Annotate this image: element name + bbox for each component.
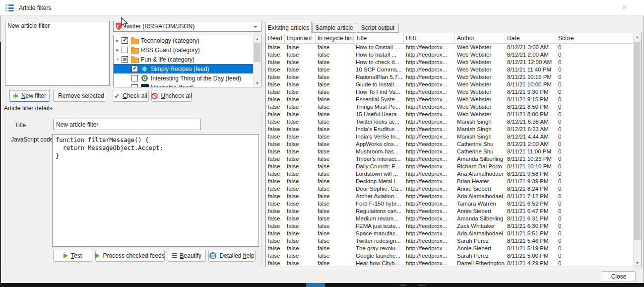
table-row[interactable]: falsefalsefalseDear Sophie: Ca...http://… [266, 185, 633, 193]
scroll-up-icon[interactable]: ▲ [254, 35, 261, 43]
table-cell: Web Webster [455, 73, 505, 81]
feeds-tree[interactable]: ▶Technology (category)▶RSS Guard (catego… [113, 35, 261, 87]
table-row[interactable]: falsefalsefalseHow to Install ...http://… [266, 51, 633, 59]
table-row[interactable]: falsefalsefalseHear how Cityb...http://f… [266, 260, 633, 266]
table-cell: 0 [556, 155, 633, 163]
table-row[interactable]: falsefalsefalseThings Most Pe...http://f… [266, 103, 633, 111]
table-cell: false [316, 118, 354, 126]
table-row[interactable]: falsefalsefalseDaily Crunch: F...http://… [266, 163, 633, 170]
table-row[interactable]: falsefalsefalseMedium revam...http://fee… [266, 215, 633, 222]
scroll-up-icon[interactable]: ▲ [634, 33, 641, 41]
table-cell: 8/11/21 10:00 PM [505, 81, 556, 88]
checkbox[interactable] [122, 37, 128, 44]
close-window-icon[interactable]: ✕ [621, 3, 627, 11]
feed-tree-item[interactable]: Simply Recipes (feed) [114, 64, 253, 73]
table-row[interactable]: falsefalsefalseSpace manufac...http://fe… [266, 230, 633, 237]
table-cell: http://feedprox... [404, 222, 455, 230]
feed-tree-item[interactable]: ▶RSS Guard (category) [114, 45, 253, 55]
table-cell: Web Webster [455, 81, 505, 88]
table-row[interactable]: falsefalsefalseHow to check d...http://f… [266, 59, 633, 66]
check-all-label: Check all [123, 92, 147, 99]
test-button[interactable]: Test [53, 250, 92, 262]
table-row[interactable]: falsefalsefalseArcher Aviation...http://… [266, 193, 633, 200]
checkbox[interactable] [122, 47, 128, 53]
table-row[interactable]: falsefalsefalseIndia's VerSe In...http:/… [266, 133, 633, 141]
checkbox[interactable] [131, 75, 138, 81]
feed-tree-item[interactable]: Mashable (feed) [114, 83, 253, 87]
column-header[interactable]: Important [285, 33, 316, 43]
table-row[interactable]: falsefalsefalseTwitter locks ac...http:/… [266, 118, 633, 126]
table-row[interactable]: falsefalsefalseTwitter redesign...http:/… [266, 237, 633, 245]
account-combobox[interactable]: twitter (RSS/ATOM/JSON) [113, 21, 261, 32]
scroll-down-icon[interactable]: ▼ [254, 79, 261, 87]
javascript-code-editor[interactable]: function filterMessage() { return Messag… [52, 134, 259, 247]
uncheck-all-button[interactable]: Uncheck all [151, 90, 192, 102]
checkbox[interactable] [131, 66, 138, 72]
expanded-expander-icon[interactable]: ▼ [114, 58, 122, 61]
feed-tree-item[interactable]: Interesting Thing of the Day (feed) [114, 73, 253, 83]
table-row[interactable]: falsefalsefalseHow To Find Va...http://f… [266, 88, 633, 96]
column-header[interactable]: Date [505, 33, 556, 43]
check-all-button[interactable]: Check all [113, 90, 149, 102]
column-header[interactable]: Read [266, 33, 285, 43]
table-row[interactable]: falsefalsefalseLordstown will ...http://… [266, 170, 633, 178]
collapsed-expander-icon[interactable]: ▶ [114, 48, 122, 52]
tab-existing-articles[interactable]: Existing articles [265, 22, 312, 33]
table-row[interactable]: falsefalsefalseRegulations can...http://… [266, 208, 633, 215]
table-row[interactable]: falsefalsefalseEssential Syste...http://… [266, 96, 633, 103]
collapsed-expander-icon[interactable]: ▶ [114, 39, 122, 43]
table-cell: Richard Dal Porto [455, 163, 505, 170]
table-row[interactable]: falsefalsefalseAppWorks clos...http://fe… [266, 141, 633, 148]
table-row[interactable]: falsefalsefalseThe gray revolu...http://… [266, 245, 633, 252]
beautify-button[interactable]: Beautify [168, 250, 206, 262]
table-cell: false [316, 66, 354, 73]
tab-script-output[interactable]: Script output [357, 23, 399, 33]
table-scrollbar[interactable]: ▲ ▼ [633, 33, 641, 267]
column-header[interactable]: URL [404, 33, 455, 43]
table-row[interactable]: falsefalsefalse15 Useful Usera...http://… [266, 111, 633, 118]
table-cell: 8/11/21 5:51 PM [505, 230, 556, 237]
scroll-down-icon[interactable]: ▼ [634, 259, 641, 267]
filter-title-input[interactable]: New article filter [53, 119, 201, 130]
table-row[interactable]: falsefalsefalseTinder's interact...http:… [266, 155, 633, 163]
table-cell: How to Install ... [354, 51, 404, 59]
checkbox[interactable] [131, 84, 138, 87]
table-row[interactable]: falsefalsefalseGuide to Install ...http:… [266, 81, 633, 88]
table-cell: Aria Alamalhodaei [455, 193, 505, 200]
table-row[interactable]: falsefalsefalse10 SCP Comma...http://fee… [266, 66, 633, 73]
table-row[interactable]: falsefalsefalseFord F-150 hybr...http://… [266, 200, 633, 208]
column-header[interactable]: Title [354, 33, 404, 43]
table-scrollbar-thumb[interactable] [634, 42, 641, 240]
tree-scrollbar[interactable]: ▲ ▼ [253, 35, 261, 87]
table-row[interactable]: falsefalsefalseRationalPlan 5.7...http:/… [266, 73, 633, 81]
table-cell: Manish Singh [455, 133, 505, 141]
table-row[interactable]: falsefalsefalseHow to Onstall ...http://… [266, 44, 633, 51]
tree-scrollbar-thumb[interactable] [254, 43, 260, 62]
feed-tree-item[interactable]: ▼Fun & life (category) [114, 55, 253, 64]
table-row[interactable]: falsefalsefalseGoogle launche...http://f… [266, 252, 633, 260]
filter-list-item[interactable]: New article filter [5, 21, 109, 31]
filters-listbox[interactable]: New article filter [5, 21, 110, 86]
checkbox[interactable] [122, 56, 128, 63]
close-button[interactable]: Close [602, 271, 636, 282]
column-header[interactable]: Score [556, 33, 633, 43]
table-cell: How to check d... [354, 59, 404, 66]
table-row[interactable]: falsefalsefalseMushroom-bas...http://fee… [266, 148, 633, 155]
table-row[interactable]: falsefalsefalseIndia's Eruditus ...http:… [266, 126, 633, 133]
column-header[interactable]: In recycle bin [316, 33, 354, 43]
process-checked-feeds-button[interactable]: Process checked feeds [95, 250, 165, 262]
new-filter-button[interactable]: New filter [9, 90, 50, 102]
remove-selected-button[interactable]: Remove selected [53, 90, 106, 102]
table-cell: false [316, 245, 354, 252]
flower-icon [141, 65, 149, 73]
feed-tree-item[interactable]: ▶Technology (category) [114, 36, 253, 45]
tab-sample-article[interactable]: Sample article [312, 23, 356, 33]
table-cell: 8/11/21 5:46 PM [505, 237, 556, 245]
table-cell: Space manufac... [354, 230, 404, 237]
table-row[interactable]: falsefalsefalseDesktop Metal i...http://… [266, 178, 633, 185]
table-cell: Darrell Etherington [455, 260, 505, 266]
table-cell: false [316, 185, 354, 193]
table-row[interactable]: falsefalsefalseFEMA just teste...http://… [266, 222, 633, 230]
detailed-help-button[interactable]: Detailed help [208, 250, 256, 262]
column-header[interactable]: Author [455, 33, 505, 43]
